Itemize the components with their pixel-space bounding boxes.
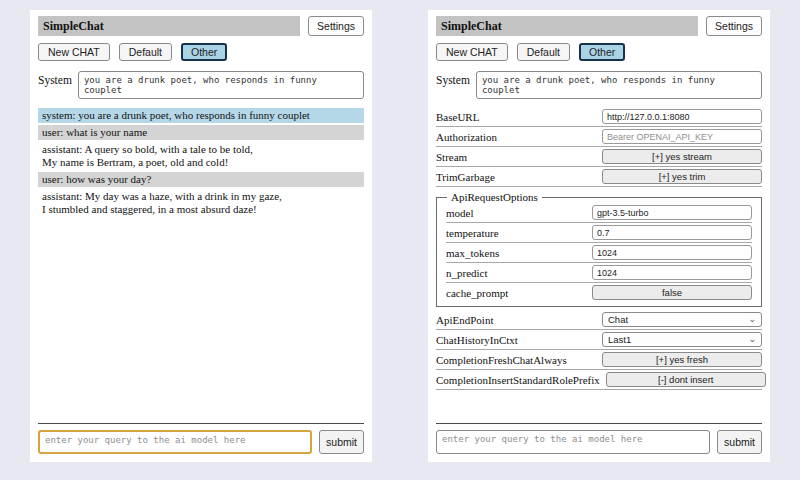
chathistoryinctxt-select[interactable]: Last1 ⌄ [602,332,762,347]
fieldset-legend: ApiRequestOptions [447,191,542,203]
chat-message-assistant: assistant: My day was a haze, with a dri… [38,189,364,217]
settings-button[interactable]: Settings [308,16,364,36]
setting-row-apiendpoint: ApiEndPoint Chat ⌄ [436,310,762,330]
setting-label: cache_prompt [446,287,586,299]
submit-button[interactable]: submit [319,430,364,454]
system-label: System [436,71,470,86]
chat-message-assistant: assistant: A query so bold, with a tale … [38,142,364,170]
chat-message-user: user: how was your day? [38,172,364,187]
setting-row-completioninsertstandardroleprefix: CompletionInsertStandardRolePrefix [-] d… [436,370,762,390]
submit-button[interactable]: submit [717,430,762,454]
authorization-input[interactable] [602,129,762,144]
footer-divider [38,423,364,424]
system-prompt-row: System you are a drunk poet, who respond… [436,71,762,99]
app-title: SimpleChat [436,16,698,36]
setting-label: model [446,207,586,219]
query-input[interactable] [38,430,312,454]
stream-toggle-button[interactable]: [+] yes stream [602,149,762,164]
system-prompt-row: System you are a drunk poet, who respond… [38,71,364,99]
setting-row-trimgarbage: TrimGarbage [+] yes trim [436,167,762,187]
settings-button[interactable]: Settings [706,16,762,36]
new-chat-button[interactable]: New CHAT [38,43,110,61]
new-chat-button[interactable]: New CHAT [436,43,508,61]
query-row: submit [38,430,364,454]
setting-row-max-tokens: max_tokens [446,243,752,263]
system-prompt-input[interactable]: you are a drunk poet, who responds in fu… [78,71,364,99]
titlebar-row: SimpleChat Settings [38,16,364,36]
model-input[interactable] [592,205,752,220]
insertroleprefix-toggle-button[interactable]: [-] dont insert [606,372,766,387]
setting-label: ApiEndPoint [436,314,596,326]
n-predict-input[interactable] [592,265,752,280]
completionfreshchat-toggle-button[interactable]: [+] yes fresh [602,352,762,367]
chat-log: system: you are a drunk poet, who respon… [38,108,364,219]
setting-label: TrimGarbage [436,171,596,183]
setting-row-stream: Stream [+] yes stream [436,147,762,167]
trimgarbage-toggle-button[interactable]: [+] yes trim [602,169,762,184]
setting-label: max_tokens [446,247,586,259]
setting-row-authorization: Authorization [436,127,762,147]
app-title: SimpleChat [38,16,300,36]
setting-label: ChatHistoryInCtxt [436,334,596,346]
footer-divider [436,423,762,424]
setting-row-chathistoryinctxt: ChatHistoryInCtxt Last1 ⌄ [436,330,762,350]
chat-message-user: user: what is your name [38,125,364,140]
chat-message-system: system: you are a drunk poet, who respon… [38,108,364,123]
setting-row-cache-prompt: cache_prompt false [446,283,752,302]
settings-list: BaseURL Authorization Stream [+] yes str… [436,107,762,390]
setting-row-baseurl: BaseURL [436,107,762,127]
selected-option: Chat [608,314,628,325]
session-tab-other[interactable]: Other [181,43,227,61]
session-toolbar: New CHAT Default Other [436,43,762,61]
session-tab-other[interactable]: Other [579,43,625,61]
chat-panel: SimpleChat Settings New CHAT Default Oth… [30,10,372,462]
session-tab-default[interactable]: Default [517,43,570,61]
setting-label: n_predict [446,267,586,279]
chevron-down-icon: ⌄ [748,315,756,324]
apiendpoint-select[interactable]: Chat ⌄ [602,312,762,327]
setting-row-completionfreshchatalways: CompletionFreshChatAlways [+] yes fresh [436,350,762,370]
setting-label: Authorization [436,131,596,143]
query-row: submit [436,430,762,454]
settings-panel: SimpleChat Settings New CHAT Default Oth… [428,10,770,462]
titlebar-row: SimpleChat Settings [436,16,762,36]
cache-prompt-toggle-button[interactable]: false [592,285,752,300]
session-toolbar: New CHAT Default Other [38,43,364,61]
session-tab-default[interactable]: Default [119,43,172,61]
setting-row-model: model [446,203,752,223]
system-prompt-input[interactable]: you are a drunk poet, who responds in fu… [476,71,762,99]
setting-row-n-predict: n_predict [446,263,752,283]
query-footer: submit [38,423,364,454]
setting-row-temperature: temperature [446,223,752,243]
baseurl-input[interactable] [602,109,762,124]
setting-label: CompletionInsertStandardRolePrefix [436,374,600,386]
query-footer: submit [436,423,762,454]
setting-label: CompletionFreshChatAlways [436,354,596,366]
system-label: System [38,71,72,86]
setting-label: Stream [436,151,596,163]
setting-label: BaseURL [436,111,596,123]
selected-option: Last1 [608,334,631,345]
chevron-down-icon: ⌄ [748,335,756,344]
query-input[interactable] [436,430,710,454]
setting-label: temperature [446,227,586,239]
max-tokens-input[interactable] [592,245,752,260]
temperature-input[interactable] [592,225,752,240]
api-request-options-fieldset: ApiRequestOptions model temperature max_… [436,191,762,307]
